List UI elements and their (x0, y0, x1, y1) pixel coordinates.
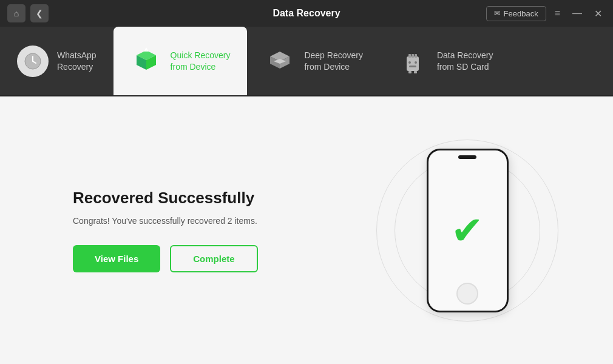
tab-quick-recovery[interactable]: Quick Recovery from Device (113, 27, 248, 95)
success-title: Recovered Successfully (73, 189, 346, 207)
sd-card-tab-icon (397, 46, 428, 77)
feedback-button[interactable]: ✉ Feedback (486, 6, 546, 21)
svg-rect-10 (408, 54, 411, 58)
sd-card-tab-label2: from SD Card (437, 61, 493, 72)
deep-recovery-svg-icon (264, 46, 296, 77)
sd-card-svg-icon (397, 46, 428, 77)
whatsapp-tab-icon (17, 46, 49, 77)
sd-card-tab-label1: Data Recovery (437, 50, 493, 61)
whatsapp-tab-label1: WhatsApp (57, 50, 97, 61)
title-bar-right: ✉ Feedback ≡ — ✕ (486, 6, 606, 21)
minimize-button[interactable]: — (569, 7, 586, 20)
checkmark-icon: ✔ (451, 211, 484, 250)
whatsapp-icon-wrap (17, 46, 49, 77)
tab-deep-recovery[interactable]: Deep Recovery from Device (247, 27, 380, 95)
tab-sd-card[interactable]: Data Recovery from SD Card (380, 27, 510, 95)
left-content: Recovered Successfully Congrats! You've … (73, 189, 346, 272)
deep-recovery-tab-icon (264, 46, 296, 77)
phone-body: ✔ (427, 149, 509, 312)
svg-marker-4 (144, 47, 149, 52)
phone-home-button (456, 283, 478, 305)
home-icon: ⌂ (14, 8, 19, 18)
svg-point-14 (415, 61, 417, 64)
svg-rect-11 (411, 54, 414, 58)
whatsapp-tab-label2: Recovery (57, 61, 97, 72)
svg-rect-9 (407, 56, 419, 71)
close-button[interactable]: ✕ (591, 7, 606, 21)
quick-recovery-tab-icon (130, 46, 162, 77)
phone-notch (458, 155, 476, 159)
whatsapp-tab-text: WhatsApp Recovery (57, 50, 97, 72)
svg-rect-16 (408, 71, 411, 73)
menu-button[interactable]: ≡ (551, 7, 564, 20)
home-button[interactable]: ⌂ (7, 4, 25, 22)
back-icon: ❮ (36, 8, 43, 18)
sd-card-tab-text: Data Recovery from SD Card (437, 50, 493, 72)
app-title: Data Recovery (273, 8, 340, 19)
quick-recovery-tab-label1: Quick Recovery (171, 50, 231, 61)
svg-rect-17 (414, 71, 417, 73)
quick-recovery-tab-text: Quick Recovery from Device (171, 50, 231, 72)
svg-rect-15 (409, 66, 416, 67)
phone-illustration: ✔ (370, 133, 564, 328)
back-button[interactable]: ❮ (30, 4, 49, 22)
nav-tabs: WhatsApp Recovery Quick Recovery from De… (0, 27, 613, 96)
title-bar: ⌂ ❮ Data Recovery ✉ Feedback ≡ — ✕ (0, 0, 613, 27)
phone-device: ✔ (427, 149, 509, 312)
success-description: Congrats! You've successfully recovered … (73, 216, 346, 226)
complete-button[interactable]: Complete (170, 245, 257, 272)
whatsapp-svg-icon (24, 52, 42, 70)
deep-recovery-tab-label2: from Device (304, 61, 363, 72)
quick-recovery-tab-label2: from Device (171, 61, 231, 72)
quick-recovery-svg-icon (130, 46, 162, 77)
title-bar-left: ⌂ ❮ (7, 4, 49, 22)
feedback-label: Feedback (504, 9, 538, 18)
mail-icon: ✉ (494, 9, 500, 18)
view-files-button[interactable]: View Files (73, 245, 160, 272)
svg-point-13 (408, 61, 411, 64)
main-content: Recovered Successfully Congrats! You've … (0, 96, 613, 364)
deep-recovery-tab-label1: Deep Recovery (304, 50, 363, 61)
action-buttons: View Files Complete (73, 245, 346, 272)
svg-rect-12 (415, 54, 417, 58)
tab-whatsapp[interactable]: WhatsApp Recovery (0, 27, 113, 95)
deep-recovery-tab-text: Deep Recovery from Device (304, 50, 363, 72)
